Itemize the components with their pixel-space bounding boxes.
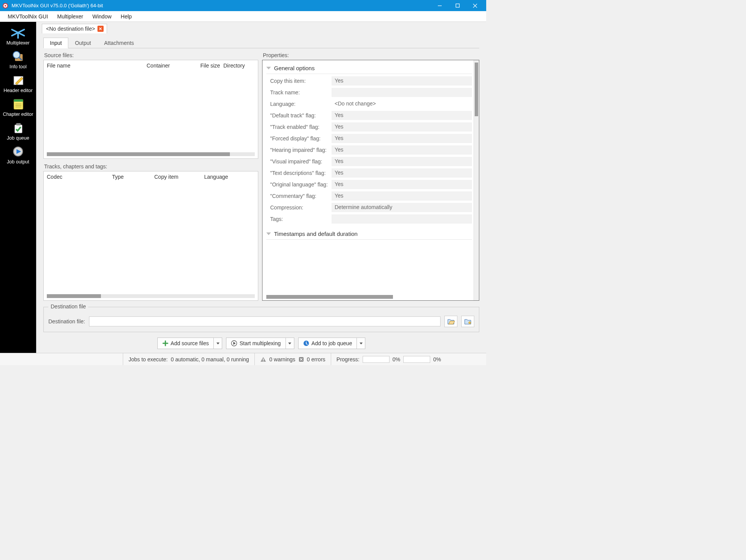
prop-default-track: "Default track" flag: Yes (266, 111, 472, 120)
menu-bar: MKVToolNix GUI Multiplexer Window Help (0, 11, 486, 22)
col-filename[interactable]: File name (47, 63, 147, 69)
prop-value[interactable]: Yes (332, 76, 472, 86)
prop-value[interactable]: Yes (332, 157, 472, 166)
menu-multiplexer[interactable]: Multiplexer (53, 12, 88, 21)
progress-percent-b: 0% (433, 356, 441, 362)
status-jobs-value: 0 automatic, 0 manual, 0 running (171, 356, 249, 362)
prop-tags: Tags: (266, 214, 472, 224)
status-bar: Jobs to execute: 0 automatic, 0 manual, … (0, 353, 486, 365)
header-editor-icon (10, 73, 26, 87)
prop-label: "Default track" flag: (266, 112, 332, 119)
tracks-table[interactable]: Codec Type Copy item Language (43, 171, 258, 301)
col-type[interactable]: Type (112, 174, 154, 180)
prop-value[interactable]: Yes (332, 191, 472, 201)
prop-forced-display: "Forced display" flag: Yes (266, 134, 472, 143)
destination-legend: Destination file (48, 303, 88, 310)
tab-input[interactable]: Input (43, 38, 68, 48)
source-files-columns: File name Container File size Directory (44, 60, 258, 71)
prop-value[interactable] (332, 214, 472, 224)
sidebar-item-chapter-editor[interactable]: Chapter editor (0, 95, 36, 119)
sidebar-item-job-queue[interactable]: Job queue (0, 119, 36, 142)
properties-hscrollbar[interactable] (266, 295, 393, 299)
queue-add-icon (303, 340, 309, 346)
source-files-label: Source files: (44, 52, 258, 58)
prop-value[interactable]: Yes (332, 145, 472, 155)
tab-output[interactable]: Output (68, 38, 97, 48)
prop-label: Language: (266, 101, 332, 107)
warning-icon (260, 357, 266, 362)
sidebar-item-info[interactable]: Info tool (0, 47, 36, 71)
col-codec[interactable]: Codec (47, 174, 112, 180)
prop-label: Track name: (266, 89, 332, 96)
col-filesize[interactable]: File size (200, 63, 223, 69)
tracks-scrollbar[interactable] (47, 294, 255, 298)
folder-open-icon (447, 318, 455, 325)
svg-rect-11 (14, 99, 23, 102)
destination-label: Destination file: (48, 318, 85, 324)
source-scrollbar[interactable] (47, 152, 255, 156)
properties-label: Properties: (263, 52, 479, 58)
destination-input[interactable] (89, 316, 441, 326)
group-timestamps[interactable]: Timestamps and default duration (266, 228, 472, 240)
prop-value[interactable]: Yes (332, 134, 472, 143)
sidebar-item-multiplexer[interactable]: Multiplexer (0, 23, 36, 47)
add-queue-dropdown[interactable] (357, 338, 365, 349)
prop-label: "Track enabled" flag: (266, 124, 332, 130)
col-directory[interactable]: Directory (223, 63, 255, 69)
col-copy[interactable]: Copy item (154, 174, 204, 180)
sidebar-item-job-output[interactable]: Job output (0, 142, 36, 166)
menu-window[interactable]: Window (88, 12, 116, 21)
add-to-job-queue-button[interactable]: Add to job queue (298, 338, 357, 349)
menu-help[interactable]: Help (116, 12, 137, 21)
svg-marker-21 (233, 342, 236, 345)
prop-value[interactable]: <Do not change> (332, 99, 472, 109)
sidebar-label: Job output (7, 159, 29, 165)
svg-rect-24 (263, 359, 264, 360)
prop-label: "Commentary" flag: (266, 193, 332, 199)
status-errors: 0 errors (307, 356, 325, 362)
start-mux-dropdown[interactable] (286, 338, 294, 349)
status-progress-label: Progress: (337, 356, 360, 362)
prop-value[interactable]: Yes (332, 122, 472, 132)
job-output-icon (10, 145, 26, 158)
progress-bar-a (363, 356, 390, 363)
prop-label: "Hearing impaired" flag: (266, 147, 332, 153)
prop-track-name: Track name: (266, 88, 472, 97)
add-source-files-button[interactable]: Add source files (157, 338, 214, 349)
open-destination-button[interactable] (444, 316, 457, 327)
group-general-options[interactable]: General options (266, 63, 472, 74)
minimize-button[interactable] (431, 0, 449, 11)
prop-label: "Visual impaired" flag: (266, 158, 332, 165)
start-multiplexing-button[interactable]: Start multiplexing (226, 338, 286, 349)
menu-app[interactable]: MKVToolNix GUI (3, 12, 53, 21)
col-container[interactable]: Container (147, 63, 200, 69)
group-timestamps-label: Timestamps and default duration (274, 231, 358, 237)
close-tab-icon[interactable]: ✕ (97, 26, 104, 32)
close-button[interactable] (466, 0, 484, 11)
col-language[interactable]: Language (204, 174, 255, 180)
multiplexer-icon (10, 26, 26, 40)
tracks-columns: Codec Type Copy item Language (44, 171, 258, 182)
properties-panel: General options Copy this item: Yes Trac… (262, 60, 479, 301)
prop-value[interactable] (332, 88, 472, 97)
browse-destination-button[interactable] (461, 316, 474, 327)
add-source-dropdown[interactable] (214, 338, 222, 349)
prop-hearing-impaired: "Hearing impaired" flag: Yes (266, 145, 472, 155)
sidebar-item-header-editor[interactable]: Header editor (0, 71, 36, 95)
prop-value[interactable]: Yes (332, 111, 472, 120)
prop-value[interactable]: Yes (332, 180, 472, 189)
maximize-button[interactable] (449, 0, 466, 11)
tab-attachments[interactable]: Attachments (97, 38, 140, 48)
source-files-table[interactable]: File name Container File size Directory (43, 60, 258, 159)
properties-vscrollbar[interactable] (474, 60, 479, 300)
prop-visual-impaired: "Visual impaired" flag: Yes (266, 157, 472, 166)
button-label: Start multiplexing (239, 340, 281, 346)
prop-value[interactable]: Yes (332, 168, 472, 178)
document-tab[interactable]: <No destination file> ✕ (42, 24, 107, 33)
sidebar-label: Header editor (3, 88, 33, 93)
svg-rect-25 (263, 361, 264, 361)
prop-value[interactable]: Determine automatically (332, 203, 472, 212)
chapter-editor-icon (10, 97, 26, 111)
prop-track-enabled: "Track enabled" flag: Yes (266, 122, 472, 132)
tool-sidebar: Multiplexer Info tool Header editor Chap… (0, 22, 36, 353)
